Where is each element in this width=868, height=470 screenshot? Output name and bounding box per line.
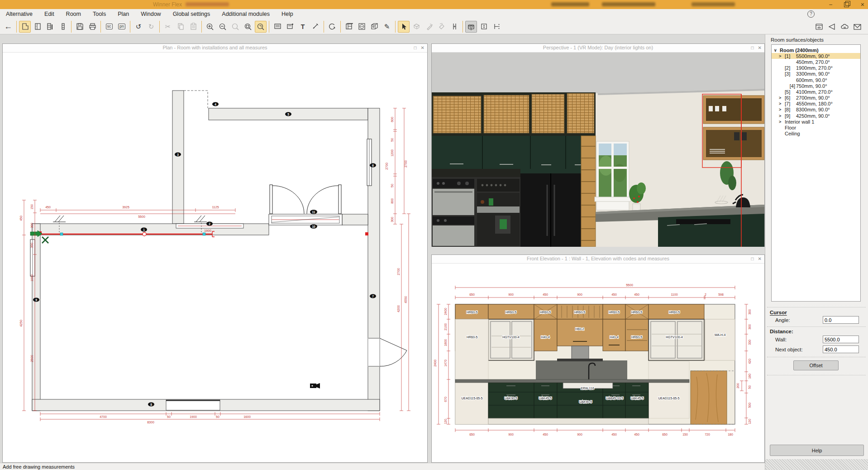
elevation-view-button[interactable] [32,21,43,33]
close-icon[interactable]: × [861,0,864,9]
tree-item-interior-wall[interactable]: >Interior wall 1 [772,119,860,125]
tree-item-room[interactable]: ∨Room (2400mm) [772,47,860,53]
svg-text:8300: 8300 [147,421,154,424]
rotate-object-icon[interactable] [423,21,435,33]
svg-text:900: 900 [577,433,582,436]
redacted-text [602,2,655,6]
panel-close-icon[interactable]: ✕ [758,44,762,52]
plan-view-button[interactable] [19,21,31,33]
svg-text:HR60-5: HR60-5 [669,311,680,314]
elevation-drawing[interactable]: HR60-5 HR60-5 HR60-5 HR60-5 HR60-5 HR60-… [432,264,764,463]
menu-room[interactable]: Room [60,9,87,19]
panel-maximize-icon[interactable]: □ [751,44,754,52]
copy-icon[interactable] [175,21,186,33]
menu-edit[interactable]: Edit [38,9,60,19]
redacted-text [692,2,735,6]
orbit-3d-icon[interactable] [410,21,422,33]
wall-distance-input[interactable] [823,336,859,343]
minimize-icon[interactable]: – [829,0,832,9]
tree-item-wall-8[interactable]: >[8]8300mm, 90.0° [772,107,860,113]
tree-item-wall-4[interactable]: [4]750mm, 90.0° [772,83,860,89]
svg-text:3925: 3925 [122,206,129,209]
panel-maximize-icon[interactable]: □ [414,44,417,52]
scale-tool-button[interactable]: sc [103,21,115,33]
offset-button[interactable]: Offset [793,360,839,370]
dimension-wall-icon[interactable] [478,21,490,33]
menu-additional-modules[interactable]: Additional modules [216,9,276,19]
svg-text:UEAD115-65-5: UEAD115-65-5 [658,397,680,400]
send-icon[interactable] [826,21,838,33]
tree-item-wall-5[interactable]: [5]4100mm, 270.0° [772,89,860,95]
menu-help[interactable]: Help [276,9,299,19]
dimension-free-icon[interactable] [491,21,502,33]
measure-style-icon[interactable] [310,21,321,33]
perspective-render[interactable] [432,53,764,247]
menu-window[interactable]: Window [135,9,167,19]
svg-text:1800: 1800 [444,339,447,346]
tree-item-wall-9[interactable]: >[9]4250mm, 90.0° [772,113,860,119]
tree-item-segment[interactable]: 600mm, 90.0° [772,77,860,83]
text-tool-button[interactable]: T [297,21,309,33]
redo-button[interactable]: ↻ [145,21,157,33]
cabinet-3d-icon[interactable] [368,21,380,33]
tree-item-segment[interactable]: 450mm, 270.0° [772,59,860,65]
tree-item-wall-6[interactable]: >[6]2700mm, 90.0° [772,95,860,101]
print-icon[interactable] [86,21,98,33]
catalog-window-icon[interactable] [813,21,825,33]
help-circle-icon[interactable]: ? [807,10,815,18]
menu-global-settings[interactable]: Global settings [167,9,216,19]
svg-text:1100: 1100 [671,293,677,296]
tree-item-ceiling[interactable]: Ceiling [772,131,860,137]
restore-icon[interactable] [844,2,849,7]
back-button[interactable]: ← [2,21,14,33]
tree-item-wall-3[interactable]: [3]3300mm, 90.0° [772,71,860,77]
zoom-all-icon[interactable] [242,21,254,33]
resize-grip-area[interactable] [765,459,868,470]
free-measure-tool-button[interactable] [465,21,477,33]
perspective-view-button[interactable] [57,21,69,33]
tree-item-wall-1[interactable]: >[1]5500mm, 90.0° [772,53,860,59]
help-button[interactable]: Help [770,445,864,456]
svg-text:150: 150 [682,433,688,436]
tree-item-wall-7[interactable]: >[7]4550mm, 180.0° [772,101,860,107]
svg-text:1900: 1900 [190,415,197,418]
rotate-icon[interactable] [326,21,338,33]
save-icon[interactable] [74,21,86,33]
svg-text:HR60-5: HR60-5 [574,311,585,314]
pan-tool-button[interactable]: pn [116,21,128,33]
zoom-in-icon[interactable] [204,21,216,33]
elevation-codes-view-button[interactable] [44,21,56,33]
next-object-input[interactable] [823,345,859,353]
pen-edit-icon[interactable]: ✎ [381,21,393,33]
menu-plan[interactable]: Plan [112,9,135,19]
parallel-measure-icon[interactable] [448,21,460,33]
notes-icon[interactable] [272,21,283,33]
zoom-room-icon[interactable] [255,21,267,33]
svg-text:180: 180 [748,374,751,379]
svg-text:900: 900 [508,293,514,296]
outlet-icon[interactable] [356,21,367,33]
undo-button[interactable]: ↺ [133,21,144,33]
svg-text:150: 150 [30,204,33,210]
tree-item-floor[interactable]: Floor [772,125,860,130]
cloud-icon[interactable] [839,21,850,33]
note-add-icon[interactable] [284,21,296,33]
menu-alternative[interactable]: Alternative [0,9,38,19]
tree-item-wall-2[interactable]: [2]1900mm, 270.0° [772,65,860,71]
plan-drawing[interactable]: 1900 [3,53,427,463]
menu-tools[interactable]: Tools [87,9,112,19]
mail-icon[interactable] [851,21,863,33]
cabinet-front-icon[interactable] [343,21,355,33]
paste-icon[interactable] [187,21,199,33]
rotate-object-alt-icon[interactable] [436,21,448,33]
cut-icon[interactable]: ✂ [162,21,174,33]
zoom-previous-icon[interactable] [229,21,241,33]
panel-maximize-icon[interactable]: □ [751,255,754,263]
panel-close-icon[interactable]: ✕ [421,44,424,52]
plan-panel-title: Plan - Room with installations and all m… [3,44,427,52]
svg-text:650: 650 [469,293,475,296]
angle-input[interactable] [823,316,859,324]
panel-close-icon[interactable]: ✕ [758,255,762,263]
zoom-out-icon[interactable] [217,21,229,33]
select-pointer-button[interactable] [398,21,410,33]
